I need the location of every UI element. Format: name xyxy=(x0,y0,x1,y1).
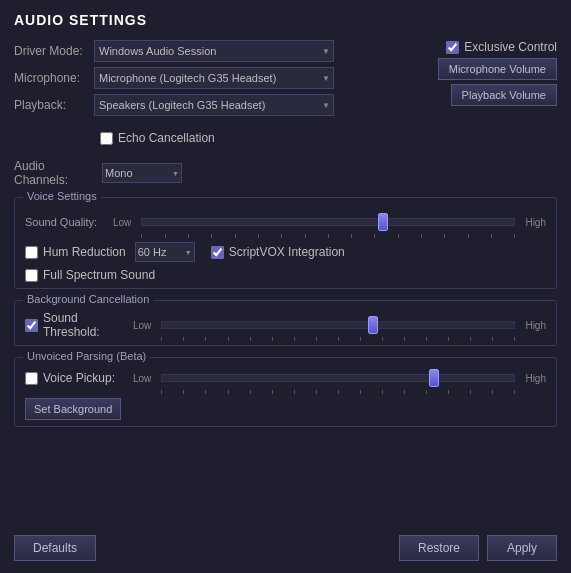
sound-quality-label: Sound Quality: xyxy=(25,216,105,228)
sound-quality-high: High xyxy=(525,217,546,228)
scriptvox-label: ScriptVOX Integration xyxy=(229,245,345,259)
voice-settings-group: Voice Settings Sound Quality: Low High xyxy=(14,197,557,289)
exclusive-control-checkbox[interactable] xyxy=(446,41,459,54)
microphone-volume-button[interactable]: Microphone Volume xyxy=(438,58,557,80)
bg-high: High xyxy=(525,320,546,331)
playback-volume-button[interactable]: Playback Volume xyxy=(451,84,557,106)
driver-mode-select[interactable]: Windows Audio Session xyxy=(94,40,334,62)
hum-reduction-checkbox[interactable] xyxy=(25,246,38,259)
up-low: Low xyxy=(133,373,151,384)
scriptvox-checkbox[interactable] xyxy=(211,246,224,259)
apply-button[interactable]: Apply xyxy=(487,535,557,561)
playback-select[interactable]: Speakers (Logitech G35 Headset) xyxy=(94,94,334,116)
full-spectrum-row: Full Spectrum Sound xyxy=(25,268,546,282)
exclusive-control-row: Exclusive Control xyxy=(446,40,557,54)
full-spectrum-checkbox[interactable] xyxy=(25,269,38,282)
scriptvox-row: ScriptVOX Integration xyxy=(211,245,345,259)
full-spectrum-label: Full Spectrum Sound xyxy=(43,268,155,282)
echo-cancellation-label: Echo Cancellation xyxy=(118,131,215,145)
voice-pickup-label: Voice Pickup: xyxy=(43,371,115,385)
sound-threshold-checkbox[interactable] xyxy=(25,319,38,332)
driver-mode-label: Driver Mode: xyxy=(14,44,94,58)
echo-cancellation-row: Echo Cancellation xyxy=(100,131,215,145)
background-cancellation-label: Background Cancellation xyxy=(23,293,153,305)
set-background-button[interactable]: Set Background xyxy=(25,398,121,420)
restore-button[interactable]: Restore xyxy=(399,535,479,561)
sound-threshold-slider[interactable] xyxy=(161,321,515,329)
voice-pickup-checkbox[interactable] xyxy=(25,372,38,385)
sound-threshold-label: Sound Threshold: xyxy=(43,311,125,339)
exclusive-control-label: Exclusive Control xyxy=(464,40,557,54)
hum-reduction-hz-select[interactable]: 60 Hz 50 Hz xyxy=(135,242,195,262)
unvoiced-parsing-group: Unvoiced Parsing (Beta) Voice Pickup: Lo… xyxy=(14,357,557,427)
unvoiced-parsing-label: Unvoiced Parsing (Beta) xyxy=(23,350,150,362)
microphone-select[interactable]: Microphone (Logitech G35 Headset) xyxy=(94,67,334,89)
audio-settings-panel: AUDIO SETTINGS Driver Mode: Windows Audi… xyxy=(0,0,571,573)
up-high: High xyxy=(525,373,546,384)
bottom-buttons-row: Defaults Restore Apply xyxy=(14,529,557,561)
hum-reduction-label: Hum Reduction xyxy=(43,245,126,259)
bg-low: Low xyxy=(133,320,151,331)
background-cancellation-group: Background Cancellation Sound Threshold:… xyxy=(14,300,557,346)
hum-reduction-row: Hum Reduction 60 Hz 50 Hz xyxy=(25,242,195,262)
sound-quality-slider[interactable] xyxy=(141,218,515,226)
page-title: AUDIO SETTINGS xyxy=(14,12,557,28)
audio-channels-select[interactable]: Mono Stereo xyxy=(102,163,182,183)
playback-label: Playback: xyxy=(14,98,94,112)
echo-cancellation-checkbox[interactable] xyxy=(100,132,113,145)
sound-quality-low: Low xyxy=(113,217,131,228)
voice-settings-label: Voice Settings xyxy=(23,190,101,202)
voice-pickup-slider[interactable] xyxy=(161,374,515,382)
defaults-button[interactable]: Defaults xyxy=(14,535,96,561)
audio-channels-label: Audio Channels: xyxy=(14,159,94,187)
microphone-label: Microphone: xyxy=(14,71,94,85)
